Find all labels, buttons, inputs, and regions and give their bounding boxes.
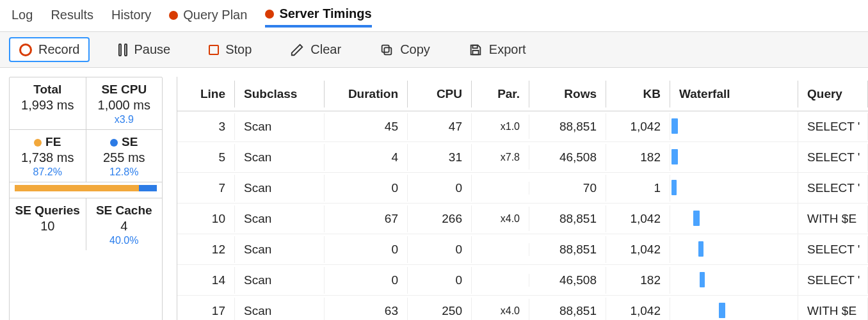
cell-query: SELECT ' xyxy=(798,175,868,202)
stat-label: Total xyxy=(11,83,84,97)
pause-button[interactable]: Pause xyxy=(109,38,180,61)
cell-waterfall xyxy=(670,204,798,234)
main-area: Total 1,993 ms SE CPU 1,000 ms x3.9 FE 1… xyxy=(0,68,868,320)
stat-value: 255 ms xyxy=(88,150,161,165)
record-dot-icon xyxy=(169,11,178,20)
cell-duration: 63 xyxy=(325,298,408,321)
cell-waterfall xyxy=(670,265,798,295)
col-query[interactable]: Query xyxy=(798,81,868,108)
cell-waterfall xyxy=(670,111,798,141)
stat-value: 1,993 ms xyxy=(11,98,84,113)
table-row[interactable]: 14Scan0046,508182SELECT ' xyxy=(177,265,868,296)
cell-line: 14 xyxy=(177,267,235,294)
cell-cpu: 47 xyxy=(408,113,472,140)
table-row[interactable]: 12Scan0088,8511,042SELECT ' xyxy=(177,234,868,265)
timings-grid: Line Subclass Duration CPU Par. Rows KB … xyxy=(177,77,868,320)
stop-button[interactable]: Stop xyxy=(199,38,261,61)
stat-secpu: SE CPU 1,000 ms x3.9 xyxy=(86,77,163,129)
tab-log[interactable]: Log xyxy=(12,8,33,26)
cell-duration: 0 xyxy=(325,236,408,263)
table-row[interactable]: 5Scan431x7.846,508182SELECT ' xyxy=(177,142,868,173)
record-button[interactable]: Record xyxy=(9,37,90,62)
cell-subclass: Scan xyxy=(235,267,325,294)
button-label: Stop xyxy=(225,42,252,57)
stat-label: SE CPU xyxy=(88,83,161,97)
tab-label: Results xyxy=(51,8,93,22)
stat-label: SE xyxy=(88,135,161,149)
copy-button[interactable]: Copy xyxy=(370,38,440,61)
tab-history[interactable]: History xyxy=(111,8,151,26)
cell-query: SELECT ' xyxy=(798,267,868,294)
cell-duration: 4 xyxy=(325,144,408,171)
stat-fe: FE 1,738 ms 87.2% xyxy=(10,130,86,182)
cell-rows: 46,508 xyxy=(529,144,606,171)
cell-kb: 1 xyxy=(606,175,670,202)
col-waterfall[interactable]: Waterfall xyxy=(670,81,798,108)
stat-label: SE Queries xyxy=(11,204,84,218)
col-par[interactable]: Par. xyxy=(472,81,529,108)
cell-waterfall xyxy=(670,234,798,264)
cell-par: x4.0 xyxy=(472,207,529,231)
clear-button[interactable]: Clear xyxy=(280,38,351,61)
svg-rect-2 xyxy=(472,45,477,48)
cell-subclass: Scan xyxy=(235,175,325,202)
table-row[interactable]: 17Scan63250x4.088,8511,042WITH $E xyxy=(177,296,868,320)
grid-body: 3Scan4547x1.088,8511,042SELECT '5Scan431… xyxy=(177,111,868,320)
grid-header: Line Subclass Duration CPU Par. Rows KB … xyxy=(177,77,868,111)
copy-icon xyxy=(380,43,394,57)
cell-par: x1.0 xyxy=(472,115,529,139)
button-label: Export xyxy=(489,42,526,57)
cell-rows: 88,851 xyxy=(529,205,606,232)
save-icon xyxy=(469,43,483,57)
cell-kb: 1,042 xyxy=(606,236,670,263)
cell-par xyxy=(472,274,529,287)
col-kb[interactable]: KB xyxy=(606,81,670,108)
table-row[interactable]: 7Scan00701SELECT ' xyxy=(177,173,868,204)
cell-waterfall xyxy=(670,142,798,172)
tab-results[interactable]: Results xyxy=(51,8,93,26)
tab-server-timings[interactable]: Server Timings xyxy=(265,6,371,28)
cell-par xyxy=(472,243,529,256)
col-rows[interactable]: Rows xyxy=(529,81,606,108)
fe-bullet-icon xyxy=(34,139,42,147)
stat-sub: x3.9 xyxy=(88,114,161,125)
pause-icon xyxy=(118,44,127,56)
fe-se-bar xyxy=(10,182,162,198)
stat-se-cache: SE Cache 4 40.0% xyxy=(86,198,163,250)
col-duration[interactable]: Duration xyxy=(325,81,408,108)
cell-par: x4.0 xyxy=(472,299,529,321)
table-row[interactable]: 10Scan67266x4.088,8511,042WITH $E xyxy=(177,204,868,234)
tab-label: Server Timings xyxy=(279,6,371,21)
stat-total: Total 1,993 ms xyxy=(10,77,86,129)
col-subclass[interactable]: Subclass xyxy=(235,81,325,108)
cell-par xyxy=(472,182,529,195)
cell-rows: 70 xyxy=(529,175,606,202)
stat-se-queries: SE Queries 10 xyxy=(10,198,86,250)
eraser-icon xyxy=(290,43,304,57)
stat-value: 1,738 ms xyxy=(11,150,84,165)
cell-rows: 88,851 xyxy=(529,298,606,321)
stat-value: 1,000 ms xyxy=(88,98,161,113)
tab-label: Query Plan xyxy=(183,8,247,22)
cell-subclass: Scan xyxy=(235,144,325,171)
button-label: Copy xyxy=(400,42,430,57)
cell-duration: 0 xyxy=(325,175,408,202)
cell-waterfall xyxy=(670,173,798,203)
cell-query: WITH $E xyxy=(798,298,868,321)
tab-query-plan[interactable]: Query Plan xyxy=(169,8,247,26)
cell-cpu: 266 xyxy=(408,205,472,232)
cell-query: SELECT ' xyxy=(798,144,868,171)
table-row[interactable]: 3Scan4547x1.088,8511,042SELECT ' xyxy=(177,111,868,142)
record-icon xyxy=(19,44,32,56)
button-label: Pause xyxy=(134,42,170,57)
cell-rows: 46,508 xyxy=(529,267,606,294)
export-button[interactable]: Export xyxy=(459,38,536,61)
button-label: Record xyxy=(38,42,79,57)
cell-query: SELECT ' xyxy=(798,113,868,140)
col-cpu[interactable]: CPU xyxy=(408,81,472,108)
svg-rect-1 xyxy=(382,45,389,52)
cell-line: 10 xyxy=(177,205,235,232)
record-dot-icon xyxy=(265,10,274,19)
stat-sub: 87.2% xyxy=(11,166,84,178)
col-line[interactable]: Line xyxy=(177,81,235,108)
